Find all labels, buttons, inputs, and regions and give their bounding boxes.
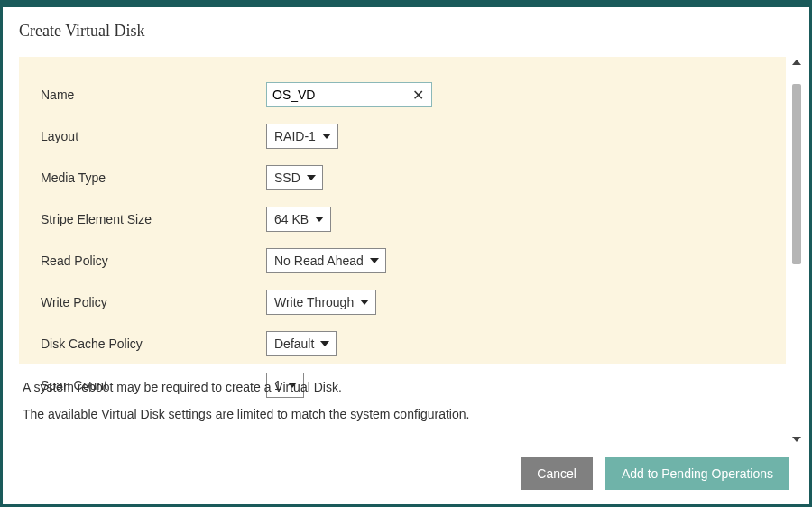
- modal-title: Create Virtual Disk: [3, 7, 809, 50]
- row-disk-cache: Disk Cache Policy Default: [41, 331, 764, 356]
- read-policy-select[interactable]: No Read Ahead: [266, 248, 386, 273]
- label-layout: Layout: [41, 129, 266, 143]
- disk-cache-select[interactable]: Default: [266, 331, 337, 356]
- chevron-down-icon: [321, 132, 332, 141]
- chevron-down-icon: [359, 298, 370, 307]
- name-input[interactable]: [272, 84, 411, 106]
- chevron-down-icon: [306, 173, 317, 182]
- clear-name-icon[interactable]: ✕: [411, 87, 426, 104]
- scroll-thumb[interactable]: [792, 84, 801, 264]
- add-to-pending-button[interactable]: Add to Pending Operations: [605, 457, 789, 490]
- layout-select[interactable]: RAID-1: [266, 124, 338, 149]
- modal-body: Name ✕ Layout RAID-1: [3, 50, 809, 447]
- note-area: A system reboot may be required to creat…: [19, 364, 786, 421]
- label-disk-cache: Disk Cache Policy: [41, 336, 266, 351]
- row-name: Name ✕: [41, 82, 764, 107]
- label-read-policy: Read Policy: [41, 254, 266, 268]
- name-input-wrap[interactable]: ✕: [266, 82, 432, 107]
- cancel-button[interactable]: Cancel: [521, 457, 593, 490]
- label-name: Name: [41, 88, 266, 102]
- read-policy-value: No Read Ahead: [274, 254, 364, 268]
- label-write-policy: Write Policy: [41, 295, 266, 309]
- vertical-scrollbar[interactable]: [789, 55, 804, 447]
- row-media-type: Media Type SSD: [41, 165, 764, 190]
- note-limited: The available Virtual Disk settings are …: [23, 407, 782, 421]
- write-policy-select[interactable]: Write Through: [266, 290, 376, 315]
- row-stripe-size: Stripe Element Size 64 KB: [41, 207, 764, 232]
- scroll-area: Name ✕ Layout RAID-1: [19, 57, 786, 447]
- label-stripe-size: Stripe Element Size: [41, 212, 266, 226]
- media-type-value: SSD: [274, 171, 300, 185]
- label-media-type: Media Type: [41, 171, 266, 185]
- row-layout: Layout RAID-1: [41, 124, 764, 149]
- write-policy-value: Write Through: [274, 295, 354, 309]
- scroll-down-icon[interactable]: [789, 432, 804, 447]
- note-reboot: A system reboot may be required to creat…: [23, 380, 782, 394]
- chevron-down-icon: [319, 339, 330, 348]
- scroll-track[interactable]: [792, 71, 801, 91]
- chevron-down-icon: [369, 256, 380, 265]
- chevron-down-icon: [314, 215, 325, 224]
- stripe-size-value: 64 KB: [274, 212, 309, 226]
- form-panel: Name ✕ Layout RAID-1: [19, 57, 786, 364]
- row-write-policy: Write Policy Write Through: [41, 290, 764, 315]
- disk-cache-value: Default: [274, 336, 314, 351]
- create-virtual-disk-modal: Create Virtual Disk Name ✕ Layout RAID-1: [3, 7, 809, 504]
- media-type-select[interactable]: SSD: [266, 165, 323, 190]
- layout-value: RAID-1: [274, 129, 316, 143]
- modal-footer: Cancel Add to Pending Operations: [3, 447, 809, 504]
- scroll-up-icon[interactable]: [789, 55, 804, 69]
- row-read-policy: Read Policy No Read Ahead: [41, 248, 764, 273]
- stripe-size-select[interactable]: 64 KB: [266, 207, 331, 232]
